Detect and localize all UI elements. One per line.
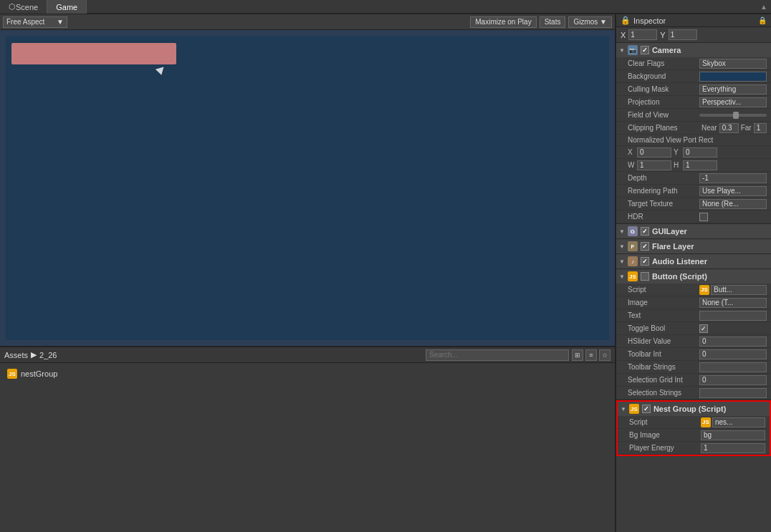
btn-toggle-row: Toggle Bool xyxy=(616,322,771,335)
breadcrumb-folder[interactable]: 2_26 xyxy=(39,351,57,359)
camera-enabled-checkbox[interactable] xyxy=(641,46,649,54)
nest-group-enabled-checkbox[interactable] xyxy=(642,405,651,413)
flarelayer-enabled-checkbox[interactable] xyxy=(641,242,649,251)
guilayer-toggle-icon: ▼ xyxy=(619,228,625,235)
nvp-y-value[interactable]: 0 xyxy=(683,147,717,158)
inspector-title: Inspector xyxy=(633,16,666,25)
projection-value[interactable]: Perspectiv... xyxy=(699,97,767,107)
flarelayer-section: ▼ F Flare Layer xyxy=(616,239,771,254)
asset-item-nestgroup[interactable]: JS nestGroup xyxy=(4,367,610,380)
btn-toggle-checkbox[interactable] xyxy=(699,324,708,333)
nvp-xy-row: X 0 Y 0 xyxy=(616,146,771,159)
breadcrumb-root[interactable]: Assets xyxy=(4,351,28,359)
culling-mask-value[interactable]: Everything xyxy=(699,84,767,95)
guilayer-section-header[interactable]: ▼ G GUILayer xyxy=(616,224,771,238)
btn-selection-strings-value[interactable] xyxy=(699,388,767,398)
btn-image-label: Image xyxy=(628,299,699,306)
btn-script-label: Script xyxy=(628,286,699,294)
projection-val-text: Perspectiv... xyxy=(702,98,741,106)
x-value-input[interactable] xyxy=(628,29,657,40)
background-color-value[interactable] xyxy=(699,72,767,82)
camera-icon: 📷 xyxy=(628,45,638,55)
nest-script-value[interactable]: nes... xyxy=(712,417,765,427)
maximize-on-play-button[interactable]: Maximize on Play xyxy=(470,16,536,28)
button-script-enabled-checkbox[interactable] xyxy=(641,272,649,281)
nvp-w-value[interactable]: 1 xyxy=(637,160,671,170)
game-viewport xyxy=(0,30,615,346)
nvp-h-value[interactable]: 1 xyxy=(683,160,717,170)
btn-selection-strings-row: Selection Strings xyxy=(616,387,771,400)
background-row: Background xyxy=(616,70,771,83)
far-value[interactable]: 1 xyxy=(754,123,767,133)
assets-content: JS nestGroup xyxy=(0,363,615,532)
rendering-path-row: Rendering Path Use Playe... xyxy=(616,185,771,198)
rendering-path-label: Rendering Path xyxy=(628,187,699,195)
nvp-x-val-text: 0 xyxy=(640,148,644,156)
btn-toolbar-int-row: Toolbar Int 0 xyxy=(616,348,771,361)
depth-value[interactable]: -1 xyxy=(699,173,767,183)
main-area: Free Aspect ▼ Maximize on Play Stats Giz… xyxy=(0,14,771,532)
guilayer-enabled-checkbox[interactable] xyxy=(641,227,649,236)
nvp-x-label: X xyxy=(628,148,635,156)
clear-flags-value[interactable]: Skybox xyxy=(699,59,767,69)
button-script-section-header[interactable]: ▼ JS Button (Script) xyxy=(616,269,771,284)
near-value[interactable]: 0.3 xyxy=(719,123,739,133)
btn-hslider-value[interactable]: 0 xyxy=(699,337,767,347)
y-value-input[interactable] xyxy=(669,29,697,40)
nest-group-section-header[interactable]: ▼ JS Nest Group (Script) xyxy=(618,402,770,416)
asset-item-label: nestGroup xyxy=(21,369,57,378)
rendering-path-value[interactable]: Use Playe... xyxy=(699,186,767,196)
inspector-lock-icon[interactable]: 🔒 xyxy=(758,16,767,24)
tab-scene[interactable]: ⬡ Scene xyxy=(0,0,47,14)
assets-star-icon[interactable]: ☆ xyxy=(599,349,610,361)
audiolistener-section-header[interactable]: ▼ ♪ Audio Listener xyxy=(616,254,771,269)
nest-bg-image-value[interactable]: bg xyxy=(701,430,765,440)
nest-bg-image-val-text: bg xyxy=(704,431,712,439)
btn-script-value[interactable]: Butt... xyxy=(711,285,767,295)
assets-panel: Assets ▶ 2_26 ⊞ ≡ ☆ JS nestGroup xyxy=(0,346,615,532)
assets-icon-group: ⊞ ≡ ☆ xyxy=(572,349,610,361)
breadcrumb-sep-icon: ▶ xyxy=(31,350,37,359)
nvp-x-value[interactable]: 0 xyxy=(637,147,671,158)
clear-flags-row: Clear Flags Skybox xyxy=(616,57,771,70)
nvp-w-label: W xyxy=(628,161,635,169)
rendering-path-val-text: Use Playe... xyxy=(702,187,741,195)
btn-image-value[interactable]: None (T... xyxy=(699,298,767,308)
target-texture-label: Target Texture xyxy=(628,200,699,208)
assets-filter-icon[interactable]: ≡ xyxy=(585,349,597,361)
nest-group-section: ▼ JS Nest Group (Script) Script JS nes..… xyxy=(616,400,771,456)
nvp-label: Normalized View Port Rect xyxy=(628,136,767,144)
audiolistener-enabled-checkbox[interactable] xyxy=(641,257,649,266)
btn-text-value[interactable] xyxy=(699,311,767,321)
flarelayer-section-header[interactable]: ▼ F Flare Layer xyxy=(616,239,771,253)
btn-hslider-row: HSlider Value 0 xyxy=(616,335,771,348)
nest-player-energy-value[interactable]: 1 xyxy=(701,443,765,453)
nest-player-energy-label: Player Energy xyxy=(629,444,701,452)
btn-text-label: Text xyxy=(628,311,699,319)
assets-grid-icon[interactable]: ⊞ xyxy=(572,349,583,361)
gizmos-button[interactable]: Gizmos ▼ xyxy=(568,16,612,28)
btn-text-row: Text xyxy=(616,309,771,322)
top-tab-bar: ⬡ Scene Game ▲ xyxy=(0,0,771,14)
far-val-text: 1 xyxy=(757,124,761,132)
aspect-dropdown[interactable]: Free Aspect ▼ xyxy=(3,16,67,28)
panel-drag-handle[interactable]: ▲ xyxy=(757,0,771,14)
depth-row: Depth -1 xyxy=(616,172,771,185)
audiolistener-toggle-icon: ▼ xyxy=(619,258,625,265)
camera-section-header[interactable]: ▼ 📷 Camera xyxy=(616,43,771,57)
btn-toolbar-int-value[interactable]: 0 xyxy=(699,349,767,359)
far-label: Far xyxy=(741,124,752,132)
assets-search-input[interactable] xyxy=(426,349,569,361)
tab-game[interactable]: Game xyxy=(47,0,87,14)
fov-slider[interactable] xyxy=(699,114,767,117)
btn-toolbar-strings-value[interactable] xyxy=(699,362,767,372)
hdr-checkbox[interactable] xyxy=(699,213,708,221)
fov-slider-thumb[interactable] xyxy=(733,112,739,119)
stats-button[interactable]: Stats xyxy=(540,16,566,28)
projection-label: Projection xyxy=(628,98,699,106)
inspector-icon: 🔒 xyxy=(621,16,631,25)
btn-selection-grid-int-value[interactable]: 0 xyxy=(699,375,767,385)
target-texture-value[interactable]: None (Re... xyxy=(699,199,767,209)
depth-val-text: -1 xyxy=(702,174,709,182)
flarelayer-toggle-icon: ▼ xyxy=(619,243,625,250)
